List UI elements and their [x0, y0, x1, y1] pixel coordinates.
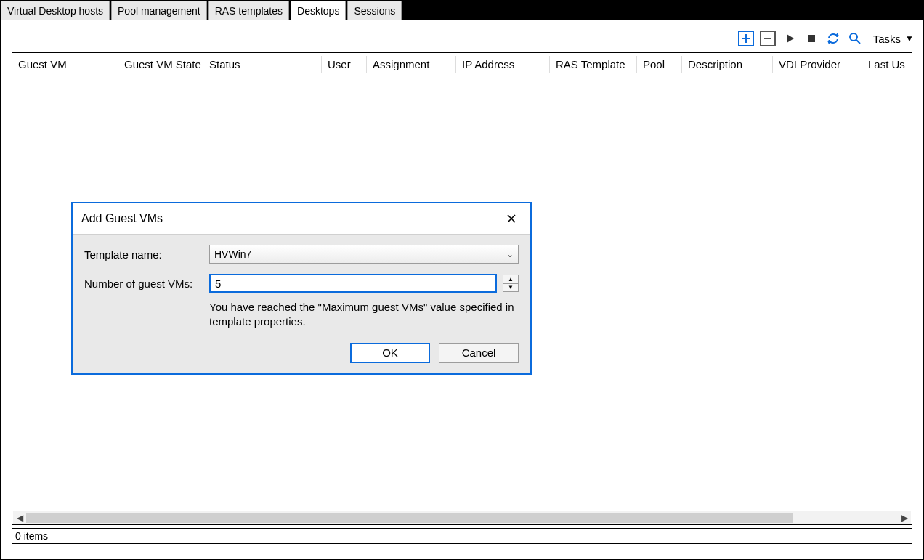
refresh-button[interactable]: [825, 31, 841, 46]
tab-pool-management[interactable]: Pool management: [111, 1, 207, 20]
count-input[interactable]: [209, 274, 497, 293]
col-ip-address[interactable]: IP Address: [455, 56, 549, 73]
dialog-title: Add Guest VMs: [81, 212, 163, 225]
remove-button[interactable]: [760, 31, 776, 46]
search-button[interactable]: [847, 31, 863, 46]
col-guest-vm[interactable]: Guest VM: [12, 58, 118, 70]
tab-label: RAS templates: [215, 5, 283, 17]
count-row: Number of guest VMs: ▲ ▼: [84, 274, 519, 293]
dialog-titlebar: Add Guest VMs: [73, 203, 530, 234]
tasks-label: Tasks: [873, 33, 901, 45]
content-area: Tasks ▼ Guest VM Guest VM State Status U…: [3, 20, 921, 557]
col-description[interactable]: Description: [681, 56, 772, 73]
caret-down-icon: ▼: [905, 33, 914, 44]
svg-point-2: [850, 33, 857, 41]
dialog-buttons: OK Cancel: [84, 343, 519, 363]
svg-rect-0: [764, 38, 771, 39]
tab-label: Virtual Desktop hosts: [7, 5, 103, 17]
minus-icon: [763, 34, 772, 43]
close-icon: [506, 214, 516, 224]
col-status[interactable]: Status: [203, 56, 321, 73]
play-icon: [785, 33, 795, 44]
column-headers: Guest VM Guest VM State Status User Assi…: [12, 53, 912, 76]
col-guest-vm-state[interactable]: Guest VM State: [118, 56, 203, 73]
tab-label: Sessions: [354, 5, 395, 17]
tab-ras-templates[interactable]: RAS templates: [208, 1, 289, 20]
template-label: Template name:: [84, 248, 209, 261]
tasks-dropdown[interactable]: Tasks ▼: [869, 33, 914, 45]
dialog-hint: You have reached the "Maximum guest VMs"…: [209, 300, 519, 330]
search-icon: [848, 32, 862, 45]
refresh-icon: [827, 32, 840, 45]
tab-sessions[interactable]: Sessions: [347, 1, 402, 20]
plus-icon: [742, 34, 750, 43]
spinner-down[interactable]: ▼: [503, 283, 518, 292]
tab-label: Pool management: [118, 5, 200, 17]
template-row: Template name: HVWin7 ⌄: [84, 245, 519, 264]
scroll-track[interactable]: [26, 513, 898, 523]
col-ras-template[interactable]: RAS Template: [549, 56, 636, 73]
svg-line-3: [856, 40, 860, 44]
cancel-button[interactable]: Cancel: [439, 343, 519, 363]
chevron-down-icon: ⌄: [506, 249, 514, 259]
count-spinner[interactable]: ▲ ▼: [503, 275, 519, 292]
col-user[interactable]: User: [321, 56, 366, 73]
add-guest-vms-dialog: Add Guest VMs Template name: HVWin7 ⌄ Nu…: [71, 202, 532, 375]
spinner-up[interactable]: ▲: [503, 275, 518, 283]
ok-button[interactable]: OK: [350, 343, 430, 363]
count-label: Number of guest VMs:: [84, 277, 209, 290]
dialog-client: Template name: HVWin7 ⌄ Number of guest …: [73, 234, 530, 373]
play-button[interactable]: [782, 31, 798, 46]
tab-desktops[interactable]: Desktops: [291, 1, 346, 20]
toolbar: Tasks ▼: [738, 31, 914, 46]
status-bar: 0 items: [12, 528, 912, 544]
tab-virtual-desktop-hosts[interactable]: Virtual Desktop hosts: [1, 1, 110, 20]
stop-button[interactable]: [803, 31, 819, 46]
status-text: 0 items: [15, 530, 48, 542]
horizontal-scrollbar[interactable]: ◀ ▶: [13, 511, 911, 524]
template-select[interactable]: HVWin7 ⌄: [209, 245, 519, 264]
template-value: HVWin7: [214, 248, 251, 260]
scroll-thumb[interactable]: [26, 513, 793, 523]
col-vdi-provider[interactable]: VDI Provider: [772, 56, 862, 73]
tab-bar-fill: [403, 1, 923, 20]
scroll-left-button[interactable]: ◀: [13, 512, 26, 524]
col-pool[interactable]: Pool: [636, 56, 681, 73]
col-last-used[interactable]: Last Us: [862, 56, 904, 73]
svg-rect-1: [808, 35, 815, 42]
tab-bar: Virtual Desktop hosts Pool management RA…: [1, 1, 923, 20]
col-assignment[interactable]: Assignment: [366, 56, 455, 73]
scroll-right-button[interactable]: ▶: [898, 512, 911, 524]
add-button[interactable]: [738, 31, 754, 46]
dialog-close-button[interactable]: [501, 208, 522, 229]
tab-label: Desktops: [297, 5, 339, 17]
stop-icon: [806, 33, 816, 44]
